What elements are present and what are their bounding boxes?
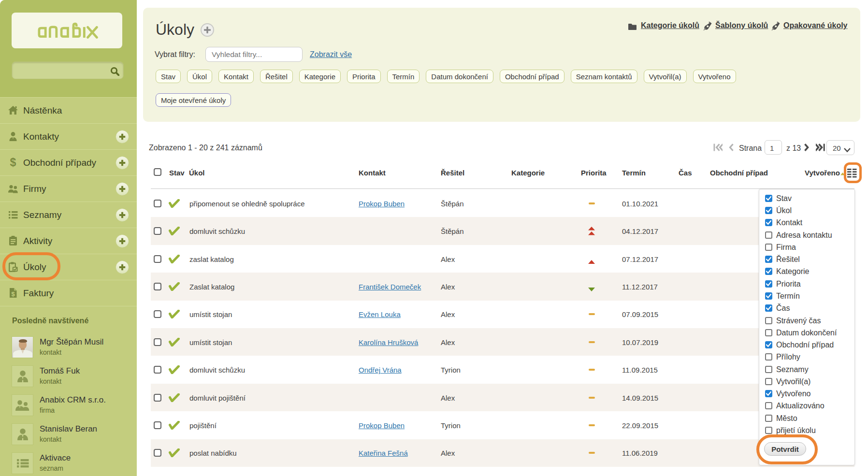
svg-text:$: $ <box>11 290 15 298</box>
svg-text:$: $ <box>10 157 16 168</box>
